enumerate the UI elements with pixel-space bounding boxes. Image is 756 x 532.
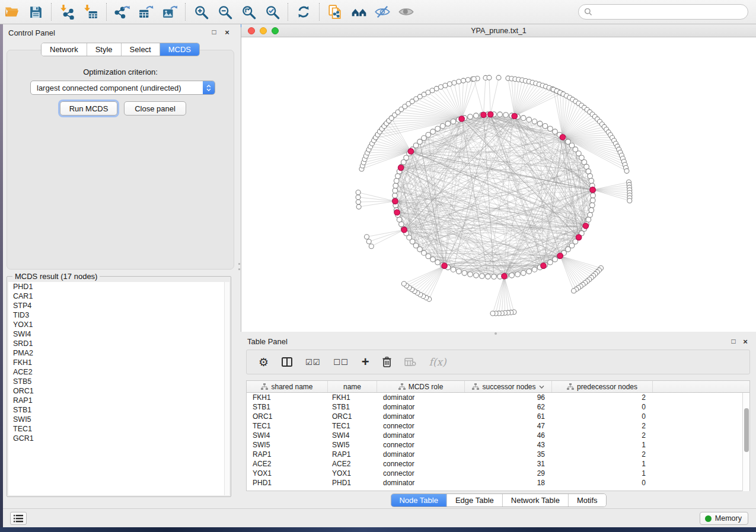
mcds-result-item[interactable]: PHD1 [8,282,229,291]
network-node[interactable] [430,129,436,134]
mcds-result-list[interactable]: PHD1CAR1STP4TID3YOX1SWI4SRD1PMA2FKH1ACE2… [8,282,229,495]
network-node[interactable] [588,213,593,218]
table-cell[interactable]: STB1 [247,402,328,412]
mcds-result-item[interactable]: SWI5 [8,415,229,424]
tab-edge-table[interactable]: Edge Table [447,494,503,507]
search-field[interactable] [578,4,748,20]
network-node[interactable] [521,271,526,276]
leaf-node[interactable] [465,78,470,82]
mcds-hub-node[interactable] [398,165,404,171]
close-panel-button[interactable]: Close panel [124,101,186,116]
network-node[interactable] [445,121,451,126]
table-cell[interactable]: SWI5 [247,440,328,450]
leaf-node[interactable] [624,169,629,174]
mcds-hub-node[interactable] [442,263,448,269]
network-node[interactable] [553,257,558,262]
network-node[interactable] [395,174,401,179]
table-cell[interactable]: 62 [465,402,552,412]
table-cell[interactable]: FKH1 [328,393,377,402]
table-cell[interactable]: 35 [465,450,552,459]
table-row[interactable]: YOX1YOX1connector291 [247,469,749,478]
network-node[interactable] [566,247,571,252]
network-canvas[interactable] [241,37,756,332]
network-node[interactable] [486,274,491,280]
table-cell[interactable]: connector [377,440,465,450]
table-cell[interactable]: connector [377,459,465,469]
mcds-hub-node[interactable] [583,223,589,229]
table-cell[interactable]: SWI4 [247,431,328,440]
mcds-result-item[interactable]: TID3 [8,310,229,320]
network-node[interactable] [426,132,431,137]
network-node[interactable] [590,203,595,208]
mcds-result-item[interactable]: ORC1 [8,386,229,396]
network-node[interactable] [492,274,497,280]
leaf-node[interactable] [369,244,374,249]
leaf-node[interactable] [496,75,501,80]
table-row[interactable]: STB1STB1dominator620 [247,402,749,412]
network-node[interactable] [586,169,591,174]
delete-column-trash-icon[interactable] [382,357,391,367]
table-cell[interactable]: PHD1 [247,478,328,488]
table-cell[interactable]: YOX1 [247,469,328,478]
network-node[interactable] [430,257,436,262]
mcds-result-item[interactable]: ACE2 [8,367,229,377]
table-cell[interactable]: 2 [552,421,653,431]
zoom-in-button[interactable] [189,2,213,22]
leaf-node[interactable] [452,81,457,85]
table-cell[interactable]: PHD1 [328,478,377,488]
table-cell[interactable]: FKH1 [247,393,328,402]
network-node[interactable] [417,139,423,145]
network-node[interactable] [591,193,596,198]
network-node[interactable] [548,259,553,265]
tab-select[interactable]: Select [122,43,160,56]
mcds-hub-node[interactable] [394,210,400,216]
export-network-button[interactable] [110,2,134,22]
table-cell[interactable]: STB1 [328,402,377,412]
network-node[interactable] [474,273,479,278]
table-cell[interactable]: ORC1 [247,412,328,421]
open-file-button[interactable] [0,2,24,22]
tab-mcds[interactable]: MCDS [160,43,199,56]
mcds-result-item[interactable]: YOX1 [8,320,229,329]
leaf-node[interactable] [356,204,361,209]
column-header-predecessor-nodes[interactable]: predecessor nodes [552,381,653,392]
table-cell[interactable]: connector [377,469,465,478]
network-node[interactable] [527,269,532,274]
column-header-mcds-role[interactable]: MCDS role [377,381,465,392]
leaf-node[interactable] [443,83,448,88]
network-node[interactable] [509,273,515,278]
save-session-button[interactable] [24,2,47,22]
table-cell[interactable]: ACE2 [328,459,377,469]
table-row[interactable]: FKH1FKH1dominator962 [247,393,749,402]
mcds-result-item[interactable]: SWI4 [8,329,229,339]
table-cell[interactable]: RAP1 [328,450,377,459]
table-cell[interactable]: connector [377,421,465,431]
leaf-node[interactable] [471,76,476,81]
table-cell[interactable]: 0 [552,478,653,488]
table-cell[interactable]: SWI4 [328,431,377,440]
leaf-node[interactable] [356,190,361,195]
table-cell[interactable]: 46 [465,431,552,440]
table-cell[interactable]: 0 [552,402,653,412]
leaf-node[interactable] [447,82,452,86]
mcds-result-item[interactable]: TEC1 [8,424,229,434]
table-cell[interactable]: SWI5 [328,440,377,450]
table-cell[interactable]: 1 [552,469,653,478]
tab-network-table[interactable]: Network Table [503,494,569,507]
table-cell[interactable]: 47 [465,421,552,431]
close-table-panel-icon[interactable]: × [741,337,750,346]
network-node[interactable] [422,136,427,141]
column-header-successor-nodes[interactable]: successor nodes [465,381,552,392]
search-input[interactable] [596,8,748,17]
table-row[interactable]: ORC1ORC1dominator610 [247,412,749,421]
leaf-node[interactable] [439,85,444,89]
add-column-icon[interactable]: + [362,355,369,368]
list-scrollbar-track[interactable] [224,282,229,495]
network-graph[interactable] [241,37,756,332]
network-node[interactable] [527,117,532,123]
mcds-result-item[interactable]: GCR1 [8,434,229,443]
optimization-criterion-select[interactable]: largest connected component (undirected) [30,81,215,95]
mcds-hub-node[interactable] [487,111,493,117]
network-node[interactable] [422,251,427,256]
table-cell[interactable]: 1 [552,440,653,450]
